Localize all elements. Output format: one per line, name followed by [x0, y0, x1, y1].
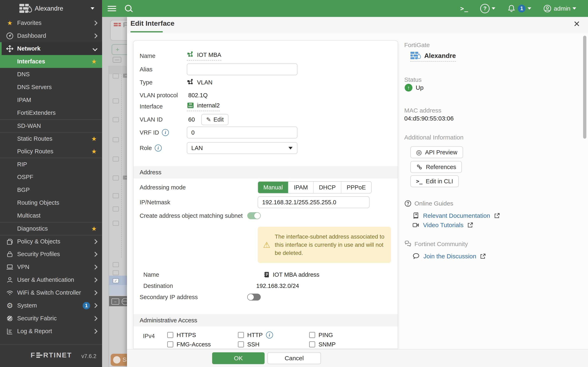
- sidebar-item-multicast[interactable]: Multicast: [0, 209, 102, 222]
- name-value[interactable]: IOT MBA: [187, 51, 221, 60]
- secondary-ip-label: Secondary IP address: [140, 294, 198, 300]
- chevron-right-icon: [93, 239, 97, 244]
- bell-icon: [507, 4, 516, 13]
- mode-pppoe[interactable]: PPPoE: [341, 182, 371, 193]
- sidebar-item-ipam[interactable]: IPAM: [0, 94, 102, 106]
- favorite-star-icon[interactable]: ★: [91, 58, 97, 65]
- secondary-ip-toggle[interactable]: [247, 294, 261, 300]
- vlan-id-edit-button[interactable]: ✎ Edit: [201, 114, 228, 125]
- sidebar-item-network[interactable]: Network: [0, 42, 102, 55]
- sidebar-item-label: Security Profiles: [17, 251, 60, 258]
- sidebar-item-static-routes[interactable]: Static Routes★: [0, 132, 102, 145]
- info-icon[interactable]: i: [162, 129, 169, 136]
- sidebar-item-security-profiles[interactable]: Security Profiles: [0, 248, 102, 261]
- admin-access-option-ssh[interactable]: SSH: [238, 341, 309, 348]
- hamburger-menu-icon[interactable]: [108, 4, 116, 12]
- sidebar-item-label: Multicast: [17, 212, 40, 219]
- mode-dhcp[interactable]: DHCP: [313, 182, 341, 193]
- vrf-id-input[interactable]: 0: [187, 127, 297, 138]
- sidebar-item-policy-routes[interactable]: Policy Routes★: [0, 145, 102, 158]
- admin-access-option-fmg-access[interactable]: FMG-Access: [167, 341, 238, 348]
- cancel-button[interactable]: Cancel: [268, 352, 321, 364]
- sidebar-item-label: Network: [17, 45, 40, 52]
- sidebar-item-dns[interactable]: DNS: [0, 68, 102, 81]
- checkbox[interactable]: [309, 341, 315, 347]
- close-icon[interactable]: ×: [574, 17, 580, 30]
- sidebar-item-dns-servers[interactable]: DNS Servers: [0, 81, 102, 94]
- create-address-object-toggle[interactable]: [247, 212, 261, 219]
- admin-menu[interactable]: admin: [543, 4, 576, 13]
- mode-ipam[interactable]: IPAM: [288, 182, 313, 193]
- link-icon: [416, 164, 423, 170]
- device-switcher[interactable]: Alexandre: [0, 0, 102, 17]
- sidebar-item-wifi-switch-controller[interactable]: WiFi & Switch Controller: [0, 286, 102, 299]
- role-select[interactable]: LAN: [187, 142, 297, 154]
- background-interface-table: +− ✓ –: [109, 66, 127, 367]
- sidebar-item-vpn[interactable]: VPN: [0, 261, 102, 273]
- video-icon: [412, 222, 419, 229]
- ip-netmask-input[interactable]: 192.168.32.1/255.255.255.0: [258, 196, 370, 208]
- admin-access-option-https[interactable]: HTTPS: [167, 332, 238, 338]
- checkbox[interactable]: [167, 341, 173, 347]
- sidebar-item-label: SD-WAN: [17, 123, 41, 129]
- fortinet-logo: F RTINET: [31, 351, 72, 359]
- sidebar-item-label: DNS: [17, 71, 30, 78]
- checkbox[interactable]: [309, 332, 315, 338]
- sidebar-item-sd-wan[interactable]: SD-WAN: [0, 119, 102, 132]
- sidebar-item-system[interactable]: ⚙System1: [0, 299, 102, 312]
- search-icon[interactable]: [125, 4, 133, 13]
- sidebar-item-security-fabric[interactable]: Security Fabric: [0, 312, 102, 325]
- cli-icon: >_: [416, 178, 423, 184]
- references-button[interactable]: References: [410, 161, 462, 173]
- destination-label: Destination: [143, 283, 173, 289]
- sidebar-item-diagnostics[interactable]: Diagnostics★: [0, 222, 102, 235]
- cli-console-button[interactable]: >_: [460, 5, 468, 12]
- alias-input[interactable]: [187, 63, 297, 75]
- info-icon[interactable]: i: [266, 332, 273, 338]
- info-icon[interactable]: i: [155, 145, 162, 151]
- checkbox[interactable]: [238, 341, 244, 347]
- topbar: >_ ? 1 admin: [102, 0, 588, 17]
- chevron-right-icon: [93, 316, 97, 321]
- checkbox[interactable]: [238, 332, 244, 338]
- gear-icon: ⚙: [7, 302, 13, 309]
- admin-access-option-snmp[interactable]: SNMP: [309, 341, 395, 348]
- mode-manual[interactable]: Manual: [258, 182, 288, 193]
- ip-netmask-label: IP/Netmask: [140, 199, 170, 206]
- sidebar-item-dashboard[interactable]: Dashboard: [0, 29, 102, 42]
- favorite-star-icon[interactable]: ★: [91, 136, 97, 142]
- notifications-menu[interactable]: 1: [507, 4, 531, 13]
- api-preview-button[interactable]: ◎ API Preview: [410, 146, 463, 158]
- sidebar-item-ospf[interactable]: OSPF: [0, 171, 102, 184]
- sidebar-item-policy-objects[interactable]: Policy & Objects: [0, 235, 102, 248]
- help-menu[interactable]: ?: [480, 4, 495, 13]
- video-tutorials-link[interactable]: Video Tutorials: [412, 222, 473, 229]
- scrollbar[interactable]: [583, 36, 586, 139]
- sidebar-item-label: Security Fabric: [17, 315, 57, 322]
- ok-button[interactable]: OK: [212, 352, 265, 364]
- join-discussion-link[interactable]: Join the Discussion: [412, 253, 486, 260]
- sidebar-item-bgp[interactable]: BGP: [0, 184, 102, 196]
- dialog-footer: OK Cancel: [127, 349, 588, 367]
- edit-in-cli-button[interactable]: >_ Edit in CLI: [410, 175, 459, 187]
- admin-access-option-ping[interactable]: PING: [309, 332, 395, 338]
- sidebar-item-routing-objects[interactable]: Routing Objects: [0, 196, 102, 209]
- sidebar-item-favorites[interactable]: ★Favorites: [0, 17, 102, 29]
- chevron-right-icon: [93, 20, 97, 25]
- help-icon: ?: [480, 4, 490, 13]
- favorite-star-icon[interactable]: ★: [91, 149, 97, 155]
- chevron-down-icon: [492, 7, 495, 9]
- sidebar-item-interfaces[interactable]: Interfaces★: [0, 55, 102, 68]
- fortigate-name[interactable]: Alexandre: [410, 52, 456, 62]
- sidebar-item-rip[interactable]: RIP: [0, 158, 102, 171]
- sidebar-item-user-authentication[interactable]: User & Authentication: [0, 273, 102, 286]
- relevant-documentation-link[interactable]: Relevant Documentation: [412, 212, 500, 219]
- sidebar-item-log-report[interactable]: Log & Report: [0, 325, 102, 338]
- checkbox[interactable]: [167, 332, 173, 338]
- favorite-star-icon[interactable]: ★: [91, 226, 97, 232]
- sidebar-item-fortiextenders[interactable]: FortiExtenders: [0, 106, 102, 119]
- admin-access-option-http[interactable]: HTTPi: [238, 332, 309, 338]
- interface-value[interactable]: internal2: [187, 102, 220, 111]
- sidebar: Alexandre ★FavoritesDashboardNetworkInte…: [0, 0, 102, 367]
- vlan-icon: [187, 51, 194, 58]
